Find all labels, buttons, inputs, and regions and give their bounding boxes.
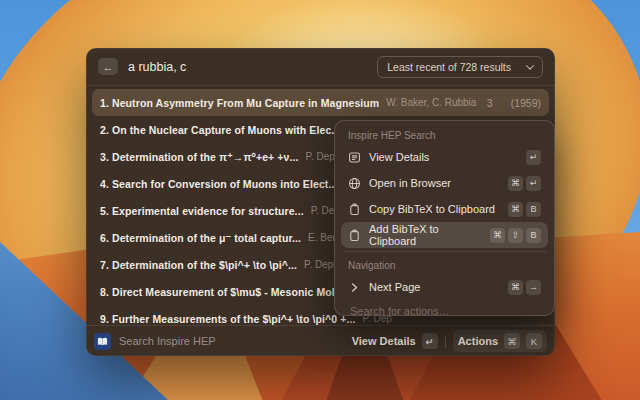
action-label: Next Page [369,281,420,293]
chevron-right-icon [348,281,361,294]
back-arrow-icon: ← [103,61,114,73]
footer-divider [445,335,446,348]
actions-label: Actions [458,335,498,347]
action-panel: Inspire HEP Search View Details ↵ Open i… [334,120,555,316]
key-cmd: ⌘ [508,280,523,295]
result-title: 9. Further Measurements of the $\pi^+ \t… [100,313,356,325]
action-copy-bibtex[interactable]: Copy BibTeX to Clipboard ⌘ B [341,196,548,222]
panel-divider [343,251,546,252]
view-details-icon [348,151,361,164]
result-meta: 3 (1959) [487,97,541,109]
action-panel-section-title: Inspire HEP Search [341,125,548,144]
action-label: Open in Browser [369,177,451,189]
view-details-footer-button[interactable]: View Details ↵ [352,333,438,349]
raycast-window: ← a rubbia, c Least recent of 728 result… [86,48,555,356]
action-label: View Details [369,151,429,163]
action-search-input[interactable] [348,304,541,316]
results-filter-dropdown[interactable]: Least recent of 728 results [377,56,543,78]
result-title: 3. Determination of the π⁺→π⁰+e+ +ν... [100,151,299,163]
result-title: 6. Determination of the μ⁻ total captur.… [100,232,301,244]
key-cmd: ⌘ [508,176,523,191]
clipboard-icon [348,229,361,242]
clipboard-icon [348,203,361,216]
citation-count: 3 [487,97,493,109]
result-title: 5. Experimental evidence for structure..… [100,205,304,217]
action-add-bibtex[interactable]: Add BibTeX to Clipboard ⌘ ⇧ B [341,222,548,248]
action-next-page[interactable]: Next Page ⌘ → [341,274,548,300]
key-cmd: ⌘ [490,228,505,243]
key-return: ↵ [526,176,541,191]
action-view-details[interactable]: View Details ↵ [341,144,548,170]
back-button[interactable]: ← [98,58,118,75]
status-bar: Search Inspire HEP View Details ↵ Action… [86,325,555,356]
key-return: ↵ [526,150,541,165]
key-shift: ⇧ [508,228,523,243]
result-title: 1. Neutron Asymmetry From Mu Capture in … [100,97,379,109]
result-title: 7. Determination of the $\pi^+ \to \pi^.… [100,259,297,271]
globe-icon [348,177,361,190]
open-book-icon [94,333,111,350]
result-title: 2. On the Nuclear Capture of Muons with … [100,124,340,136]
results-filter-label: Least recent of 728 results [387,61,511,73]
action-search [341,300,548,316]
action-label: Add BibTeX to Clipboard [369,223,482,247]
action-panel-section-title: Navigation [341,255,548,274]
key-right-arrow: → [526,280,541,295]
key-b: B [526,202,541,217]
result-title: 8. Direct Measurement of $\mu$ - Mesonic… [100,286,365,298]
key-return: ↵ [422,333,438,349]
view-details-label: View Details [352,335,416,347]
key-cmd: ⌘ [504,333,520,349]
publication-year: (1959) [511,97,541,109]
search-bar: ← a rubbia, c Least recent of 728 result… [86,48,555,86]
key-k: K [526,333,542,349]
action-label: Copy BibTeX to Clipboard [369,203,495,215]
key-b: B [526,228,541,243]
search-input[interactable]: a rubbia, c [128,60,186,74]
chevron-down-icon [526,61,534,69]
result-authors: W. Baker, C. Rubbia [386,97,479,108]
result-row-1[interactable]: 1. Neutron Asymmetry From Mu Capture in … [92,89,549,116]
action-open-in-browser[interactable]: Open in Browser ⌘ ↵ [341,170,548,196]
actions-button[interactable]: Actions ⌘ K [453,330,547,352]
command-name: Search Inspire HEP [119,335,216,347]
key-cmd: ⌘ [508,202,523,217]
result-title: 4. Search for Conversion of Muons into E… [100,178,337,190]
